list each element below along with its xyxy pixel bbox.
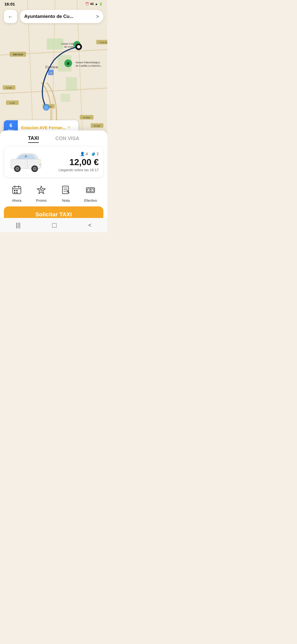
car-price: 12,00 € bbox=[48, 157, 99, 167]
svg-text:CUV-9144: CUV-9144 bbox=[100, 41, 107, 44]
battery-icon: 🔋 bbox=[99, 2, 103, 6]
status-icons: ⏰ 4G ▲ 🔋 bbox=[85, 2, 103, 6]
luggage-icon: 🧳 bbox=[91, 152, 96, 156]
passenger-capacity: 👤 4 bbox=[80, 152, 88, 156]
nav-bar: ||| □ < bbox=[0, 218, 107, 232]
svg-rect-55 bbox=[16, 190, 18, 191]
option-promo[interactable]: % Promo bbox=[35, 184, 48, 203]
person-icon: 👤 bbox=[80, 152, 85, 156]
svg-rect-47 bbox=[39, 164, 41, 165]
svg-rect-8 bbox=[66, 77, 77, 91]
svg-rect-54 bbox=[14, 190, 15, 191]
back-arrow-icon: ← bbox=[8, 13, 13, 20]
eta-number: 6 bbox=[10, 123, 12, 129]
nav-back-icon[interactable]: < bbox=[88, 222, 92, 228]
nota-label: Nota bbox=[62, 198, 70, 203]
svg-text:🚌: 🚌 bbox=[49, 70, 53, 74]
bottom-panel: TAXI CON VISA bbox=[0, 130, 107, 232]
svg-text:CM-2110: CM-2110 bbox=[13, 53, 23, 56]
car-image bbox=[9, 151, 44, 173]
svg-text:A-40: A-40 bbox=[10, 102, 15, 104]
alarm-icon: ⏰ bbox=[85, 2, 89, 6]
ahora-icon bbox=[10, 184, 23, 197]
signal-icon: ▲ bbox=[95, 2, 98, 6]
tabs-container: TAXI CON VISA bbox=[0, 130, 107, 146]
passenger-count: 4 bbox=[86, 152, 88, 156]
efectivo-icon bbox=[84, 184, 97, 197]
status-bar: 16:01 ⏰ 4G ▲ 🔋 bbox=[0, 0, 107, 8]
nota-icon bbox=[59, 184, 73, 197]
svg-text:🏛: 🏛 bbox=[67, 62, 70, 66]
svg-rect-60 bbox=[62, 186, 68, 194]
svg-point-42 bbox=[16, 168, 18, 170]
svg-rect-56 bbox=[14, 192, 15, 193]
car-card: 👤 4 🧳 2 12,00 € Llegando sobre las 16:17 bbox=[4, 146, 103, 178]
svg-point-68 bbox=[90, 189, 91, 191]
eta-destination-arrow-icon: > bbox=[68, 125, 70, 130]
options-row: Ahora % Promo Not bbox=[0, 181, 107, 206]
svg-text:%: % bbox=[40, 189, 43, 192]
svg-text:Museo Paleontológico: Museo Paleontológico bbox=[76, 61, 100, 64]
destination-header[interactable]: Ayuntamiento de Cu... > bbox=[20, 10, 103, 23]
svg-rect-57 bbox=[16, 192, 18, 193]
nav-home-icon[interactable]: □ bbox=[52, 221, 57, 230]
eta-destination-text: Estacion AVE Fernan... bbox=[21, 125, 66, 130]
ahora-label: Ahora bbox=[12, 198, 21, 203]
network-4g-icon: 4G bbox=[90, 2, 94, 6]
status-time: 16:01 bbox=[4, 2, 15, 6]
car-arrival: Llegando sobre las 16:17 bbox=[48, 168, 99, 172]
promo-icon: % bbox=[35, 184, 48, 197]
svg-rect-9 bbox=[61, 94, 70, 102]
luggage-count: 2 bbox=[97, 152, 99, 156]
efectivo-label: Efectivo bbox=[84, 198, 97, 203]
svg-point-45 bbox=[34, 168, 35, 170]
svg-point-48 bbox=[25, 155, 28, 158]
tab-taxi[interactable]: TAXI bbox=[28, 135, 39, 143]
option-ahora[interactable]: Ahora bbox=[10, 184, 23, 203]
svg-point-38 bbox=[77, 45, 80, 48]
back-button[interactable]: ← bbox=[4, 10, 17, 23]
promo-label: Promo bbox=[36, 198, 46, 203]
tab-con-visa[interactable]: CON VISA bbox=[55, 136, 79, 143]
option-nota[interactable]: Nota bbox=[59, 184, 73, 203]
car-info: 👤 4 🧳 2 12,00 € Llegando sobre las 16:17 bbox=[48, 152, 99, 172]
svg-text:N-320a: N-320a bbox=[83, 116, 90, 119]
svg-point-36 bbox=[44, 105, 48, 109]
svg-rect-46 bbox=[39, 161, 42, 163]
svg-text:N-320: N-320 bbox=[6, 87, 12, 89]
car-capacity: 👤 4 🧳 2 bbox=[48, 152, 99, 156]
svg-text:de Castilla-La Mancha...: de Castilla-La Mancha... bbox=[76, 64, 102, 67]
svg-text:N-420: N-420 bbox=[94, 125, 100, 127]
nav-menu-icon[interactable]: ||| bbox=[16, 222, 21, 229]
destination-text: Ayuntamiento de Cu... bbox=[24, 14, 73, 19]
svg-text:Cuenca: Cuenca bbox=[45, 65, 58, 69]
destination-arrow-icon: > bbox=[96, 14, 99, 20]
luggage-capacity: 🧳 2 bbox=[91, 152, 99, 156]
option-efectivo[interactable]: Efectivo bbox=[84, 184, 97, 203]
